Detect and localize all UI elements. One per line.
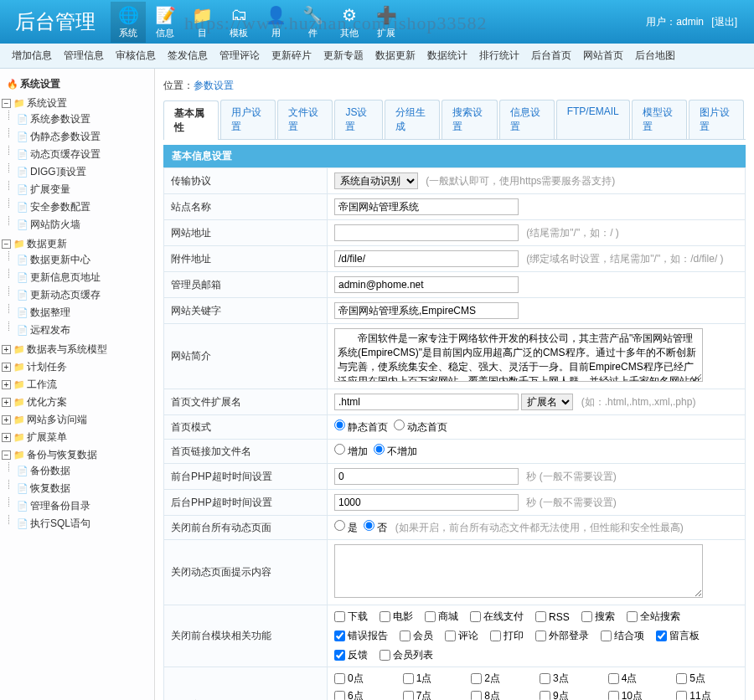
closemod-checkbox[interactable] [425, 611, 436, 622]
subnav-管理评论[interactable]: 管理评论 [219, 49, 260, 63]
optime-item[interactable]: 10点 [608, 689, 670, 700]
tree-folder-网站多访问端[interactable]: 网站多访问端 [27, 414, 87, 425]
tab-用户设置[interactable]: 用户设置 [220, 100, 276, 139]
closemod-item[interactable]: 搜索 [581, 610, 615, 624]
tree-folder-优化方案[interactable]: 优化方案 [27, 396, 67, 408]
closemod-item[interactable]: RSS [535, 610, 570, 624]
tree-toggle[interactable]: + [2, 363, 11, 372]
closemod-item[interactable]: 外部登录 [535, 629, 589, 643]
tree-folder-计划任务[interactable]: 计划任务 [27, 361, 67, 373]
closemod-checkbox[interactable] [334, 631, 345, 641]
optime-checkbox[interactable] [540, 673, 550, 684]
tree-item-扩展变量[interactable]: 扩展变量 [30, 183, 70, 195]
closemod-item[interactable]: 结合项 [601, 629, 644, 643]
optime-checkbox[interactable] [403, 673, 414, 684]
closemod-checkbox[interactable] [334, 650, 345, 661]
closemod-checkbox[interactable] [627, 611, 638, 622]
top-icon-模板[interactable]: 🗂模板 [221, 2, 256, 43]
closemod-item[interactable]: 下载 [334, 610, 368, 624]
optime-item[interactable]: 0点 [334, 672, 396, 686]
tree-item-网站防火墙[interactable]: 网站防火墙 [30, 219, 80, 230]
top-icon-用[interactable]: 👤用 [258, 2, 293, 43]
closemod-checkbox[interactable] [581, 611, 592, 622]
optime-checkbox[interactable] [540, 691, 550, 700]
tree-item-DIGG顶设置[interactable]: DIGG顶设置 [30, 166, 86, 178]
crumb-link[interactable]: 参数设置 [194, 80, 234, 91]
tree-toggle[interactable]: − [2, 450, 11, 460]
closemod-checkbox[interactable] [334, 611, 345, 622]
optime-checkbox[interactable] [334, 691, 345, 700]
tab-搜索设置[interactable]: 搜索设置 [442, 100, 497, 139]
closemod-checkbox[interactable] [535, 631, 546, 641]
optime-item[interactable]: 3点 [540, 672, 602, 686]
closemod-checkbox[interactable] [535, 611, 546, 622]
intro-textarea[interactable]: 帝国软件是一家专注于网络软件开发的科技公司，其主营产品"帝国网站管理系统(Emp… [334, 328, 703, 382]
closemod-checkbox[interactable] [380, 650, 390, 661]
tab-文件设置[interactable]: 文件设置 [277, 100, 333, 139]
mode-dynamic-radio[interactable] [394, 419, 405, 430]
tree-item-伪静态参数设置[interactable]: 伪静态参数设置 [30, 131, 101, 142]
closemod-item[interactable]: 会员 [400, 629, 433, 643]
closedyn-yes-radio[interactable] [334, 520, 345, 531]
subnav-审核信息[interactable]: 审核信息 [116, 49, 156, 63]
subnav-数据统计[interactable]: 数据统计 [427, 49, 467, 63]
optime-checkbox[interactable] [334, 673, 345, 684]
closemod-item[interactable]: 打印 [490, 629, 524, 643]
tree-toggle[interactable]: + [2, 433, 11, 442]
subnav-后台地图[interactable]: 后台地图 [635, 49, 675, 63]
tree-folder-扩展菜单[interactable]: 扩展菜单 [27, 431, 67, 443]
subnav-数据更新[interactable]: 数据更新 [375, 49, 416, 63]
optime-item[interactable]: 9点 [540, 689, 602, 700]
closemsg-textarea[interactable] [334, 544, 703, 598]
optime-checkbox[interactable] [471, 691, 482, 700]
subnav-网站首页[interactable]: 网站首页 [583, 49, 623, 63]
optime-checkbox[interactable] [608, 691, 619, 700]
backtime-input[interactable] [334, 494, 519, 511]
tab-信息设置[interactable]: 信息设置 [499, 100, 555, 139]
closedyn-no-radio[interactable] [364, 520, 374, 531]
tree-folder-数据更新[interactable]: 数据更新 [27, 238, 67, 250]
optime-checkbox[interactable] [676, 691, 687, 700]
top-icon-扩展[interactable]: ➕扩展 [369, 2, 404, 43]
tree-item-备份数据[interactable]: 备份数据 [30, 465, 70, 476]
optime-checkbox[interactable] [608, 673, 619, 684]
logout-link[interactable]: [退出] [711, 16, 737, 28]
fronttime-input[interactable] [334, 468, 519, 485]
closemod-item[interactable]: 在线支付 [470, 610, 524, 624]
optime-item[interactable]: 4点 [608, 672, 670, 686]
tree-folder-备份与恢复数据[interactable]: 备份与恢复数据 [27, 449, 97, 461]
keywords-input[interactable] [334, 302, 519, 319]
optime-item[interactable]: 5点 [676, 672, 738, 686]
tab-模型设置[interactable]: 模型设置 [632, 100, 687, 139]
closemod-item[interactable]: 电影 [380, 610, 413, 624]
top-icon-信息[interactable]: 📝信息 [147, 2, 183, 43]
top-icon-系统[interactable]: 🌐系统 [111, 2, 146, 43]
tree-toggle[interactable]: − [2, 99, 11, 108]
addfile-no-radio[interactable] [374, 444, 385, 455]
attach-input[interactable] [334, 250, 519, 267]
tree-item-系统参数设置[interactable]: 系统参数设置 [30, 113, 90, 125]
tree-item-远程发布[interactable]: 远程发布 [30, 324, 70, 336]
adminemail-input[interactable] [334, 276, 519, 293]
tree-folder-系统设置[interactable]: 系统设置 [27, 97, 67, 109]
top-icon-件[interactable]: 🔧件 [295, 2, 330, 43]
closemod-checkbox[interactable] [656, 631, 667, 641]
optime-item[interactable]: 6点 [334, 689, 396, 700]
optime-item[interactable]: 1点 [403, 672, 465, 686]
tab-JS设置[interactable]: JS设置 [334, 100, 383, 139]
closemod-item[interactable]: 评论 [445, 629, 478, 643]
closemod-item[interactable]: 商城 [425, 610, 458, 624]
subnav-排行统计[interactable]: 排行统计 [479, 49, 519, 63]
optime-checkbox[interactable] [676, 673, 687, 684]
optime-item[interactable]: 2点 [471, 672, 533, 686]
subnav-签发信息[interactable]: 签发信息 [168, 49, 208, 63]
closemod-item[interactable]: 全站搜索 [627, 610, 680, 624]
tree-item-动态页缓存设置[interactable]: 动态页缓存设置 [30, 148, 101, 160]
tree-item-数据更新中心[interactable]: 数据更新中心 [30, 254, 90, 265]
subnav-管理信息[interactable]: 管理信息 [64, 49, 104, 63]
closemod-checkbox[interactable] [470, 611, 481, 622]
subnav-更新专题[interactable]: 更新专题 [323, 49, 364, 63]
closemod-item[interactable]: 错误报告 [334, 629, 388, 643]
tab-分组生成[interactable]: 分组生成 [385, 100, 440, 139]
optime-item[interactable]: 8点 [471, 689, 533, 700]
